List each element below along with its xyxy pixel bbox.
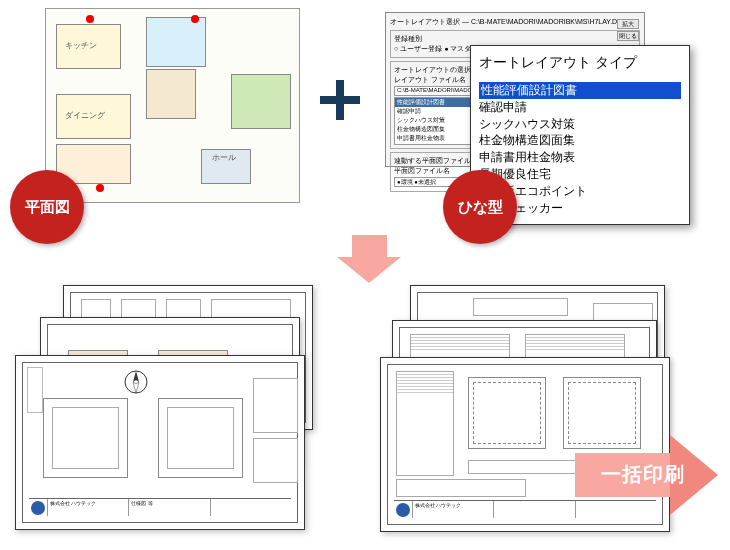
company-logo-icon [396, 503, 410, 517]
sheet-table [396, 371, 454, 476]
plan-marker-dot [86, 15, 94, 23]
sheet-table [396, 479, 526, 497]
layout-type-item[interactable]: 柱金物構造図面集 [479, 132, 681, 149]
tb-cell [210, 499, 291, 516]
mini-floorplan [158, 398, 243, 478]
layout-type-item[interactable]: 長期優良住宅 [479, 166, 681, 183]
room-kitchen: キッチン [56, 24, 121, 69]
room-dining: ダイニング [56, 94, 131, 139]
sheet-table [473, 298, 568, 316]
structural-plan [468, 377, 546, 449]
layout-type-item[interactable]: シックハウス対策 [479, 116, 681, 133]
plus-icon [320, 80, 360, 120]
room-bath [146, 17, 206, 67]
radio-user-register[interactable]: ○ ユーザー登録 [394, 45, 442, 52]
company-name: 株式会社 ハウテック [412, 501, 493, 518]
badge-label: ひな型 [458, 198, 503, 217]
group-label: 登録種別 [394, 34, 636, 44]
panel-title: オートレイアウト タイプ [479, 54, 681, 72]
batch-print-arrow: 一括印刷 [575, 435, 720, 515]
sheet-table [253, 438, 298, 483]
room-stair [146, 69, 196, 119]
room-label: ダイニング [65, 110, 105, 121]
title-block: 株式会社 ハウテック 仕様図 等 [29, 498, 291, 516]
drawing-name: 仕様図 等 [128, 499, 209, 516]
plan-marker-dot [191, 15, 199, 23]
room-label: ホール [212, 152, 236, 163]
close-button[interactable]: 閉じる [617, 31, 639, 41]
zoom-button[interactable]: 拡大 [617, 19, 639, 29]
compass-icon [123, 369, 149, 395]
room-entry: ホール [201, 149, 251, 184]
dialog-title: オートレイアウト選択 ― C:\B-MATE\MADORI\MADORIBK\M… [390, 17, 640, 27]
floor-plan-badge: 平面図 [10, 170, 84, 244]
legend-box [27, 367, 43, 413]
floor-plan-image: キッチン ダイニング ホール [45, 8, 300, 203]
svg-marker-1 [133, 371, 139, 382]
svg-marker-2 [133, 382, 139, 393]
room-label: キッチン [65, 40, 97, 51]
layout-type-item[interactable]: 性能評価設計図書 [479, 82, 681, 99]
layout-type-item[interactable]: 申請書用柱金物表 [479, 149, 681, 166]
drawing-sheet: 株式会社 ハウテック 仕様図 等 [15, 355, 305, 530]
down-arrow-icon [337, 235, 402, 285]
badge-label: 平面図 [25, 198, 70, 217]
layout-type-item[interactable]: 確認申請 [479, 99, 681, 116]
output-drawings-left: 株式会社 ハウテック 仕様図 等 [15, 285, 365, 535]
plan-marker-dot [96, 184, 104, 192]
template-badge: ひな型 [443, 170, 517, 244]
company-name: 株式会社 ハウテック [47, 499, 128, 516]
company-logo-icon [31, 501, 45, 515]
sheet-table [253, 378, 298, 433]
mini-floorplan [43, 398, 128, 478]
arrow-label: 一括印刷 [583, 461, 703, 488]
room-green [231, 74, 291, 129]
drawing-name [493, 501, 574, 518]
